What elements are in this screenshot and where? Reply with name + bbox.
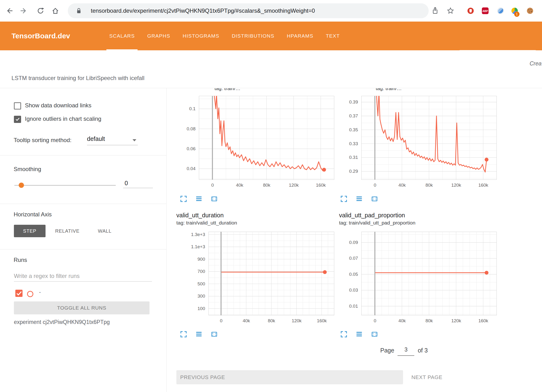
ignore-outliers-label: Ignore outliers in chart scaling xyxy=(25,115,101,122)
tab-text[interactable]: TEXT xyxy=(320,22,346,50)
experiment-title: LSTM transducer training for LibriSpeech… xyxy=(12,75,144,81)
chart-tag: tag: train/valid_utt_duration xyxy=(176,220,237,226)
run-checkbox[interactable] xyxy=(15,290,23,297)
y-tick-label: 0.09 xyxy=(328,240,358,245)
run-name-label: . xyxy=(39,287,41,294)
expand-chart-icon[interactable] xyxy=(340,331,347,338)
tooltip-sorting-label: Tooltip sorting method: xyxy=(14,137,71,144)
smoothing-label: Smoothing xyxy=(14,166,41,173)
y-tick-label: 300 xyxy=(175,294,205,299)
share-icon[interactable] xyxy=(431,6,439,15)
tab-graphs[interactable]: GRAPHS xyxy=(141,22,176,50)
expand-chart-icon[interactable] xyxy=(180,195,187,202)
axis-step-button[interactable]: STEP xyxy=(14,225,46,237)
y-tick-label: 0.01 xyxy=(328,304,358,309)
chart-title: valid_utt_duration xyxy=(176,212,224,219)
x-tick-label: 120k xyxy=(284,183,303,188)
app-header: TensorBoard.dev SCALARS GRAPHS HISTOGRAM… xyxy=(0,22,542,50)
previous-page-button[interactable]: PREVIOUS PAGE xyxy=(176,370,403,384)
x-tick-label: 40k xyxy=(392,318,412,323)
tab-hparams[interactable]: HPARAMS xyxy=(281,22,320,50)
tab-histograms[interactable]: HISTOGRAMS xyxy=(176,22,225,50)
tooltip-sorting-select[interactable]: default xyxy=(87,135,138,145)
nav-tabs: SCALARS GRAPHS HISTOGRAMS DISTRIBUTIONS … xyxy=(103,22,346,50)
sidebar-divider xyxy=(0,155,166,156)
pagination: Page of 3 xyxy=(380,346,428,356)
axis-relative-button[interactable]: RELATIVE xyxy=(50,225,84,237)
home-icon[interactable] xyxy=(51,6,60,15)
clipped-chart-tag: tag: train/… xyxy=(376,88,452,91)
adblock-extension-icon[interactable] xyxy=(466,6,475,15)
smoothing-value-input[interactable] xyxy=(123,179,153,188)
chart-toolbar xyxy=(180,195,218,202)
y-tick-label: 900 xyxy=(175,257,205,262)
run-color-swatch[interactable] xyxy=(27,291,33,297)
abp-extension-icon[interactable]: ABP xyxy=(481,6,490,15)
chart-metric-top-left: 0.040.060.080.1040k80k120k160k xyxy=(165,96,334,192)
x-tick-label: 0 xyxy=(203,183,222,188)
show-download-links-checkbox[interactable] xyxy=(14,102,21,110)
chart-tag: tag: train/valid_utt_pad_proportion xyxy=(339,220,415,226)
x-tick-label: 80k xyxy=(420,318,439,323)
runs-selector-icon[interactable] xyxy=(356,331,363,338)
cookie-extension-icon[interactable] xyxy=(526,6,534,15)
chart-plot[interactable] xyxy=(361,96,497,180)
fit-domain-icon[interactable] xyxy=(371,195,378,202)
y-tick-label: 0.29 xyxy=(328,169,358,174)
chart-toolbar xyxy=(340,195,378,202)
forward-icon[interactable] xyxy=(19,6,28,15)
y-tick-label: 0.07 xyxy=(328,256,358,261)
ignore-outliers-checkbox[interactable] xyxy=(14,116,21,123)
x-tick-label: 0 xyxy=(365,318,385,323)
chart-plot[interactable] xyxy=(361,232,497,315)
page-number-input[interactable] xyxy=(398,346,414,356)
experiment-id-label: experiment cj2vtPiwQHKN9Q1tx6PTpg xyxy=(14,319,110,325)
y-tick-label: 0.05 xyxy=(328,272,358,277)
tab-distributions[interactable]: DISTRIBUTIONS xyxy=(225,22,281,50)
axis-wall-button[interactable]: WALL xyxy=(92,225,118,237)
tooltip-sorting-value: default xyxy=(87,135,105,142)
y-tick-label: 0.31 xyxy=(328,155,358,160)
chart-plot[interactable] xyxy=(208,232,334,315)
url-text[interactable]: tensorboard.dev/experiment/cj2vtPiwQHKN9… xyxy=(91,7,315,14)
smoothing-slider-track[interactable] xyxy=(14,185,116,186)
tab-scalars[interactable]: SCALARS xyxy=(103,22,141,50)
runs-selector-icon[interactable] xyxy=(195,195,202,202)
fit-domain-icon[interactable] xyxy=(211,331,218,338)
toggle-all-runs-button[interactable]: TOGGLE ALL RUNS xyxy=(14,301,150,314)
send-feedback-button[interactable]: SEND FEEDBACK xyxy=(459,50,537,65)
fit-domain-icon[interactable] xyxy=(211,195,218,202)
smoothing-slider-thumb[interactable] xyxy=(19,183,24,188)
chart-toolbar xyxy=(340,331,378,338)
x-tick-label: 120k xyxy=(447,183,466,188)
x-tick-label: 40k xyxy=(230,183,249,188)
fit-domain-icon[interactable] xyxy=(371,331,378,338)
chevron-down-icon xyxy=(133,139,136,141)
next-page-button[interactable]: NEXT PAGE xyxy=(411,370,442,384)
bookmark-star-icon[interactable] xyxy=(446,6,455,15)
extension-icon-blue[interactable] xyxy=(496,6,505,15)
page-of-label: of 3 xyxy=(418,347,428,356)
chart-valid-utt-pad-proportion: 0.010.030.050.070.09040k80k120k160k xyxy=(328,232,497,328)
app-logo[interactable]: TensorBoard.dev xyxy=(12,22,70,50)
runs-selector-icon[interactable] xyxy=(195,331,202,338)
sidebar-divider xyxy=(0,249,166,249)
y-tick-label: 0.03 xyxy=(328,288,358,293)
settings-sidebar: Show data download links Ignore outliers… xyxy=(0,88,167,392)
expand-chart-icon[interactable] xyxy=(180,331,187,338)
page: tensorboard.dev/experiment/cj2vtPiwQHKN9… xyxy=(0,0,542,392)
expand-chart-icon[interactable] xyxy=(340,195,347,202)
y-tick-label: 0.06 xyxy=(165,146,196,151)
reload-icon[interactable] xyxy=(36,6,45,15)
x-tick-label: 80k xyxy=(257,183,276,188)
y-tick-label: 0.08 xyxy=(165,126,196,132)
back-icon[interactable] xyxy=(5,6,14,15)
chart-plot[interactable] xyxy=(199,96,334,180)
y-tick-label: 700 xyxy=(175,269,205,274)
runs-filter-input[interactable] xyxy=(14,271,152,282)
x-tick-label: 40k xyxy=(392,183,412,188)
y-tick-label: 100 xyxy=(175,306,205,311)
runs-selector-icon[interactable] xyxy=(356,195,363,202)
chart-title: valid_utt_pad_proportion xyxy=(339,212,405,219)
url-bar[interactable]: tensorboard.dev/experiment/cj2vtPiwQHKN9… xyxy=(68,3,429,18)
